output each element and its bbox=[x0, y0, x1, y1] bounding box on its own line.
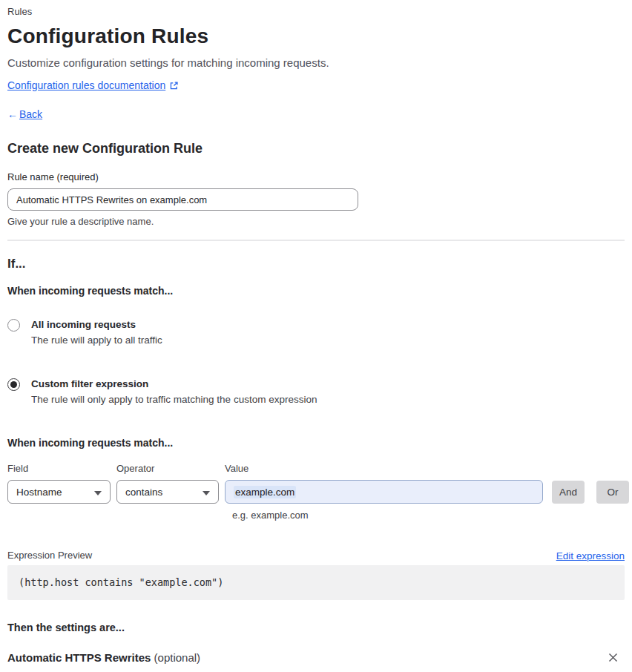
expression-preview-label: Expression Preview bbox=[7, 550, 92, 561]
radio-option-description: The rule will apply to all traffic bbox=[31, 334, 162, 346]
field-column-label: Field bbox=[7, 463, 111, 475]
radio-selected-icon[interactable] bbox=[7, 378, 20, 391]
radio-option-label: All incoming requests bbox=[31, 318, 162, 331]
chevron-down-icon bbox=[203, 487, 210, 498]
match-type-label: When incoming requests match... bbox=[7, 285, 625, 297]
value-input[interactable]: example.com bbox=[225, 480, 543, 504]
setting-title-name: Automatic HTTPS Rewrites bbox=[7, 651, 151, 664]
and-button[interactable]: And bbox=[552, 481, 585, 504]
setting-optional-label: (optional) bbox=[154, 651, 201, 664]
page-subtitle: Customize configuration settings for mat… bbox=[7, 56, 625, 70]
if-heading: If... bbox=[7, 256, 625, 271]
breadcrumb: Rules bbox=[7, 6, 625, 18]
or-button[interactable]: Or bbox=[596, 481, 629, 504]
documentation-link[interactable]: Configuration rules documentation bbox=[7, 79, 165, 92]
back-arrow-icon: ← bbox=[7, 108, 18, 121]
operator-column-label: Operator bbox=[116, 463, 219, 475]
rule-name-input[interactable] bbox=[7, 188, 358, 211]
operator-select-value: contains bbox=[125, 487, 162, 498]
section-divider bbox=[7, 240, 625, 241]
back-link-row[interactable]: ← Back bbox=[7, 108, 625, 121]
operator-select[interactable]: contains bbox=[116, 480, 219, 504]
radio-option-custom-filter-expression[interactable]: Custom filter expression The rule will o… bbox=[7, 378, 625, 406]
rule-name-label: Rule name (required) bbox=[7, 171, 625, 183]
radio-unselected-icon[interactable] bbox=[7, 319, 20, 332]
radio-option-description: The rule will only apply to traffic matc… bbox=[31, 393, 317, 406]
rule-name-help: Give your rule a descriptive name. bbox=[7, 216, 625, 228]
expression-preview-code: (http.host contains "example.com") bbox=[7, 565, 625, 600]
then-settings-heading: Then the settings are... bbox=[7, 621, 625, 634]
close-icon bbox=[608, 652, 619, 663]
value-input-text: example.com bbox=[234, 486, 296, 498]
chevron-down-icon bbox=[94, 487, 102, 498]
radio-option-label: Custom filter expression bbox=[31, 378, 317, 390]
configuration-rules-page: Rules Configuration Rules Customize conf… bbox=[0, 0, 632, 672]
create-rule-section-title: Create new Configuration Rule bbox=[7, 140, 625, 157]
edit-expression-link[interactable]: Edit expression bbox=[556, 550, 625, 561]
setting-title: Automatic HTTPS Rewrites (optional) bbox=[7, 650, 200, 665]
radio-option-all-incoming-requests[interactable]: All incoming requests The rule will appl… bbox=[7, 318, 625, 346]
back-link[interactable]: Back bbox=[19, 108, 42, 121]
close-setting-button[interactable] bbox=[606, 650, 620, 665]
page-title: Configuration Rules bbox=[7, 24, 625, 49]
value-column-label: Value bbox=[225, 463, 543, 475]
value-help-text: e.g. example.com bbox=[232, 510, 625, 521]
expression-builder-row: Field Hostname Operator contains Value e… bbox=[7, 463, 625, 504]
expression-builder-heading: When incoming requests match... bbox=[7, 437, 625, 449]
field-select[interactable]: Hostname bbox=[7, 480, 111, 504]
external-link-icon bbox=[169, 81, 179, 90]
field-select-value: Hostname bbox=[16, 487, 62, 498]
